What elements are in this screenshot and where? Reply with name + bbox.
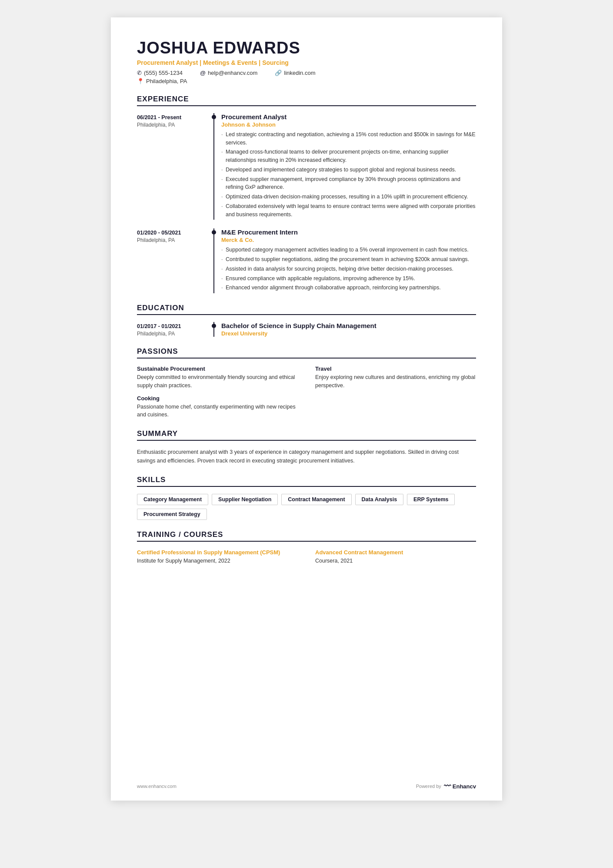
edu-1-right: Bachelor of Science in Supply Chain Mana… <box>213 322 476 337</box>
linkedin-url: linkedin.com <box>284 70 315 76</box>
linkedin-contact: 🔗 linkedin.com <box>275 70 315 76</box>
powered-by-label: Powered by <box>416 784 441 789</box>
bullet-item: Managed cross-functional teams to delive… <box>221 148 476 164</box>
linkedin-icon: 🔗 <box>275 70 282 76</box>
passion-item-2: Travel Enjoy exploring new cultures and … <box>315 365 476 390</box>
skills-section: SKILLS Category Management Supplier Nego… <box>137 476 476 520</box>
edu-1-dot <box>212 324 216 328</box>
edu-1-location: Philadelphia, PA <box>137 331 207 337</box>
edu-1-left: 01/2017 - 01/2021 Philadelphia, PA <box>137 322 207 337</box>
passions-section: PASSIONS Sustainable Procurement Deeply … <box>137 347 476 419</box>
skills-grid: Category Management Supplier Negotiation… <box>137 494 476 520</box>
job-1-bullets: Led strategic contracting and negotiatio… <box>221 131 476 219</box>
passions-grid: Sustainable Procurement Deeply committed… <box>137 365 476 419</box>
skills-heading: SKILLS <box>137 476 476 487</box>
passion-item-3: Cooking Passionate home chef, constantly… <box>137 395 298 419</box>
experience-section: EXPERIENCE 06/2021 - Present Philadelphi… <box>137 95 476 293</box>
bullet-item: Led strategic contracting and negotiatio… <box>221 131 476 147</box>
job-2-location: Philadelphia, PA <box>137 237 207 243</box>
job-1-role: Procurement Analyst <box>221 113 476 121</box>
job-2-dot <box>212 230 216 235</box>
passion-item-1: Sustainable Procurement Deeply committed… <box>137 365 298 390</box>
passion-3-name: Cooking <box>137 395 298 402</box>
bullet-item: Ensured compliance with applicable regul… <box>221 275 476 283</box>
job-2-company: Merck & Co. <box>221 237 476 243</box>
education-section: EDUCATION 01/2017 - 01/2021 Philadelphia… <box>137 304 476 337</box>
training-item-2: Advanced Contract Management Coursera, 2… <box>315 549 476 564</box>
phone-number: (555) 555-1234 <box>144 70 183 76</box>
job-2-date: 01/2020 - 05/2021 <box>137 228 207 237</box>
passions-heading: PASSIONS <box>137 347 476 359</box>
skill-badge-6: Procurement Strategy <box>137 509 207 520</box>
skill-badge-2: Supplier Negotiation <box>212 494 278 505</box>
resume-page: JOSHUA EDWARDS Procurement Analyst | Mee… <box>111 17 502 801</box>
location-icon: 📍 <box>137 78 144 84</box>
skill-badge-5: ERP Systems <box>407 494 455 505</box>
skill-badge-4: Data Analysis <box>355 494 404 505</box>
edu-1-school: Drexel University <box>221 330 476 337</box>
training-item-1: Certified Professional in Supply Managem… <box>137 549 298 564</box>
footer-url: www.enhancv.com <box>137 784 177 789</box>
training-1-name: Certified Professional in Supply Managem… <box>137 549 298 556</box>
contact-bar: ✆ (555) 555-1234 @ help@enhancv.com 🔗 li… <box>137 70 476 76</box>
bullet-item: Collaborated extensively with legal team… <box>221 202 476 219</box>
job-2-right: M&E Procurement Intern Merck & Co. Suppo… <box>213 228 476 293</box>
education-heading: EDUCATION <box>137 304 476 315</box>
job-item-1: 06/2021 - Present Philadelphia, PA Procu… <box>137 113 476 220</box>
bullet-item: Supported category management activities… <box>221 246 476 254</box>
training-section: TRAINING / COURSES Certified Professiona… <box>137 530 476 564</box>
bullet-item: Optimized data-driven decision-making pr… <box>221 193 476 201</box>
candidate-title: Procurement Analyst | Meetings & Events … <box>137 59 476 66</box>
job-1-date: 06/2021 - Present <box>137 113 207 122</box>
bullet-item: Contributed to supplier negotiations, ai… <box>221 255 476 264</box>
email-icon: @ <box>200 70 206 76</box>
summary-section: SUMMARY Enthusiastic procurement analyst… <box>137 429 476 465</box>
passion-3-desc: Passionate home chef, constantly experim… <box>137 403 298 419</box>
passion-1-desc: Deeply committed to environmentally frie… <box>137 373 298 390</box>
candidate-name: JOSHUA EDWARDS <box>137 39 476 57</box>
skill-badge-3: Contract Management <box>281 494 351 505</box>
job-2-bullets: Supported category management activities… <box>221 246 476 292</box>
job-item-2: 01/2020 - 05/2021 Philadelphia, PA M&E P… <box>137 228 476 293</box>
training-2-name: Advanced Contract Management <box>315 549 476 556</box>
enhancv-icon: 〰 <box>444 782 451 790</box>
location-contact: 📍 Philadelphia, PA <box>137 78 187 84</box>
email-contact: @ help@enhancv.com <box>200 70 257 76</box>
header-section: JOSHUA EDWARDS Procurement Analyst | Mee… <box>137 39 476 84</box>
passion-1-name: Sustainable Procurement <box>137 365 298 372</box>
job-2-role: M&E Procurement Intern <box>221 228 476 236</box>
footer: www.enhancv.com Powered by 〰 Enhancv <box>137 782 476 790</box>
bullet-item: Assisted in data analysis for sourcing p… <box>221 265 476 273</box>
skill-badge-1: Category Management <box>137 494 208 505</box>
bullet-item: Developed and implemented category strat… <box>221 166 476 174</box>
job-1-left: 06/2021 - Present Philadelphia, PA <box>137 113 207 220</box>
enhancv-brand: Enhancv <box>453 783 476 790</box>
summary-text: Enthusiastic procurement analyst with 3 … <box>137 448 476 465</box>
passion-2-desc: Enjoy exploring new cultures and destina… <box>315 373 476 390</box>
job-1-right: Procurement Analyst Johnson & Johnson Le… <box>213 113 476 220</box>
job-1-location: Philadelphia, PA <box>137 122 207 128</box>
footer-powered-by: Powered by 〰 Enhancv <box>416 782 476 790</box>
location-bar: 📍 Philadelphia, PA <box>137 78 476 84</box>
training-grid: Certified Professional in Supply Managem… <box>137 549 476 564</box>
email-address: help@enhancv.com <box>208 70 257 76</box>
job-1-dot <box>212 115 216 119</box>
job-1-company: Johnson & Johnson <box>221 121 476 128</box>
enhancv-logo: 〰 Enhancv <box>444 782 476 790</box>
phone-icon: ✆ <box>137 70 142 76</box>
job-2-left: 01/2020 - 05/2021 Philadelphia, PA <box>137 228 207 293</box>
training-1-org: Institute for Supply Management, 2022 <box>137 558 298 564</box>
edu-1-degree: Bachelor of Science in Supply Chain Mana… <box>221 322 476 329</box>
training-2-org: Coursera, 2021 <box>315 558 476 564</box>
edu-1-date: 01/2017 - 01/2021 <box>137 322 207 331</box>
training-heading: TRAINING / COURSES <box>137 530 476 542</box>
bullet-item: Executed supplier management, improved c… <box>221 175 476 192</box>
edu-item-1: 01/2017 - 01/2021 Philadelphia, PA Bache… <box>137 322 476 337</box>
passion-2-name: Travel <box>315 365 476 372</box>
experience-heading: EXPERIENCE <box>137 95 476 106</box>
bullet-item: Enhanced vendor alignment through collab… <box>221 284 476 292</box>
summary-heading: SUMMARY <box>137 429 476 441</box>
location-text: Philadelphia, PA <box>146 78 187 84</box>
phone-contact: ✆ (555) 555-1234 <box>137 70 183 76</box>
